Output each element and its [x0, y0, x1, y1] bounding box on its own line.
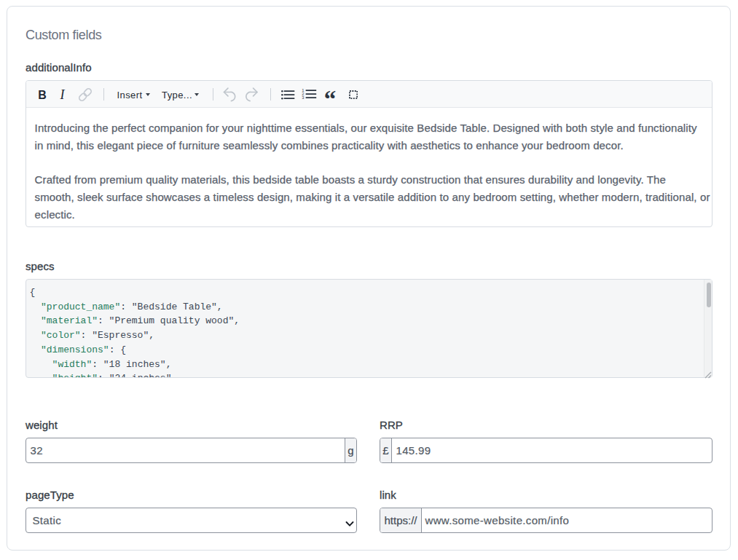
svg-text:3: 3	[302, 95, 305, 99]
